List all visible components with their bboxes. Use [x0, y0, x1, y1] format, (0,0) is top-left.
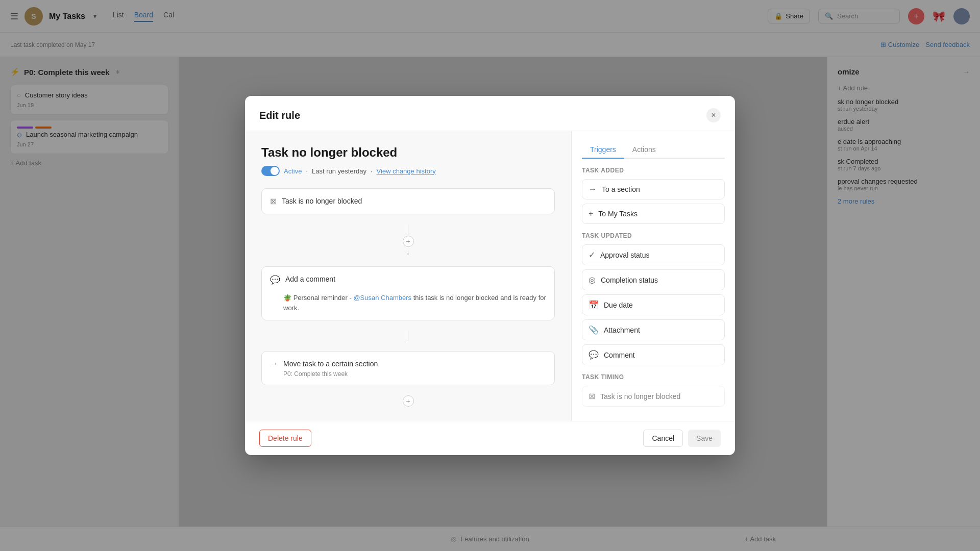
approval-icon: ✓: [589, 250, 595, 260]
comment-trigger-icon: 💬: [589, 350, 599, 360]
modal-body: Task no longer blocked Active · Last run…: [245, 131, 735, 421]
arrow-right-action-icon: →: [270, 359, 278, 368]
mention-link[interactable]: @Susan Chambers: [353, 294, 411, 302]
modal-right-panel: Triggers Actions Task added → To a secti…: [572, 131, 735, 421]
arrow-down-icon: ↓: [406, 248, 410, 256]
calendar-icon: 📅: [589, 300, 599, 310]
edit-rule-modal: Edit rule × Task no longer blocked Activ…: [245, 96, 735, 455]
trigger-block[interactable]: ⊠ Task is no longer blocked: [261, 188, 555, 214]
trigger-approval-status[interactable]: ✓ Approval status: [582, 244, 725, 265]
action-block-comment[interactable]: 💬 Add a comment 🪴 Personal reminder - @S…: [261, 266, 555, 320]
arrow-right-trigger-icon: →: [589, 185, 597, 194]
task-updated-title: Task updated: [582, 232, 725, 239]
trigger-to-section[interactable]: → To a section: [582, 179, 725, 199]
comment-icon: 💬: [270, 275, 280, 285]
modal-footer: Delete rule Cancel Save: [245, 421, 735, 455]
connector2: [261, 329, 555, 343]
tab-bar: Triggers Actions: [582, 141, 725, 159]
trigger-no-longer-blocked[interactable]: ⊠ Task is no longer blocked: [582, 386, 725, 407]
action-block-move[interactable]: → Move task to a certain section P0: Com…: [261, 351, 555, 385]
action-move-sub: P0: Complete this week: [283, 370, 378, 378]
comment-prefix: Personal reminder -: [293, 294, 354, 302]
trigger-attachment[interactable]: 📎 Attachment: [582, 319, 725, 340]
task-added-title: Task added: [582, 167, 725, 174]
blocked-icon: ⊠: [270, 196, 277, 206]
task-timing-section: Task timing ⊠ Task is no longer blocked: [572, 373, 735, 407]
modal-left-panel: Task no longer blocked Active · Last run…: [245, 131, 572, 421]
attachment-icon: 📎: [589, 325, 599, 335]
action-move-title: Move task to a certain section: [283, 359, 378, 369]
close-button[interactable]: ×: [706, 108, 721, 122]
task-added-section: Task added → To a section + To My Tasks: [572, 167, 735, 224]
separator2: ·: [371, 167, 373, 175]
blocked-trigger-icon: ⊠: [589, 391, 595, 401]
toggle-knob: [271, 167, 279, 175]
delete-rule-button[interactable]: Delete rule: [259, 430, 311, 447]
view-history-link[interactable]: View change history: [377, 167, 436, 175]
connector-line-top: [408, 224, 408, 235]
connector-line2: [408, 331, 408, 341]
save-button[interactable]: Save: [688, 430, 721, 447]
add-step-button[interactable]: +: [403, 236, 414, 247]
rule-name-section: Task no longer blocked Active · Last run…: [261, 145, 555, 176]
tab-actions[interactable]: Actions: [624, 141, 664, 159]
active-toggle[interactable]: [261, 166, 280, 176]
task-updated-section: Task updated ✓ Approval status ◎ Complet…: [572, 232, 735, 365]
connector: + ↓: [261, 222, 555, 258]
task-timing-title: Task timing: [582, 373, 725, 381]
cancel-button[interactable]: Cancel: [643, 430, 683, 447]
emoji-icon: 🪴: [283, 294, 291, 302]
modal-header: Edit rule ×: [245, 96, 735, 131]
tab-triggers[interactable]: Triggers: [582, 141, 624, 159]
action-comment-title: Add a comment: [285, 274, 335, 285]
separator: ·: [306, 167, 308, 175]
trigger-completion-status[interactable]: ◎ Completion status: [582, 269, 725, 290]
status-active: Active: [284, 167, 302, 175]
completion-icon: ◎: [589, 275, 596, 285]
footer-actions: Cancel Save: [643, 430, 721, 447]
trigger-comment[interactable]: 💬 Comment: [582, 344, 725, 365]
last-run-text: Last run yesterday: [312, 167, 366, 175]
trigger-text: Task is no longer blocked: [282, 196, 362, 207]
add-action-button[interactable]: +: [403, 395, 414, 407]
trigger-due-date[interactable]: 📅 Due date: [582, 294, 725, 315]
plus-trigger-icon: +: [589, 209, 593, 218]
rule-status-row: Active · Last run yesterday · View chang…: [261, 166, 555, 176]
rule-title: Task no longer blocked: [261, 145, 555, 160]
trigger-to-my-tasks[interactable]: + To My Tasks: [582, 204, 725, 224]
action-comment-body: 🪴 Personal reminder - @Susan Chambers th…: [270, 293, 546, 313]
modal-title: Edit rule: [259, 110, 300, 121]
